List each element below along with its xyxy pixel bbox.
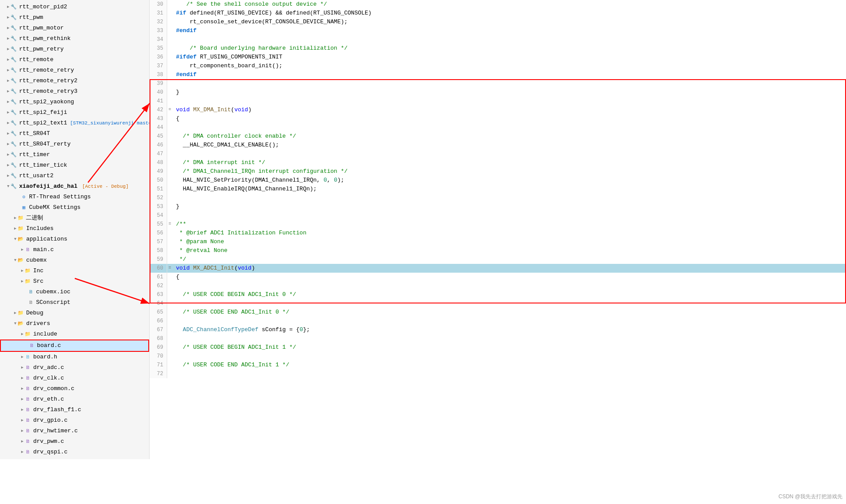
tree-item-includes[interactable]: ▶ 📁 Includes	[0, 223, 149, 234]
line-marker: =	[167, 106, 172, 114]
tree-item-rtt-pwm[interactable]: ▶ 🔧 rtt_pwm	[0, 12, 149, 23]
tree-item-rtt-spi2-text1[interactable]: ▶ 🔧 rtt_spi2_text1 [STM32_sixuanyiwurenj…	[0, 118, 149, 128]
tree-item-rtt-spi2-yaokong[interactable]: ▶ 🔧 rtt_spi2_yaokong	[0, 97, 149, 107]
project-icon: 🔧	[10, 141, 17, 148]
tree-item-rtt-remote[interactable]: ▶ 🔧 rtt_remote	[0, 55, 149, 65]
watermark: CSDN @我先去打把游戏先	[778, 493, 842, 500]
tree-item-rtt-motor-pid2[interactable]: ▶ 🔧 rtt_motor_pid2	[0, 2, 149, 12]
tree-item-drv-adc-c[interactable]: ▶ 🗎 drv_adc.c	[0, 362, 149, 373]
tree-label: include	[33, 330, 57, 339]
collapse-icon: ▶	[21, 405, 23, 414]
tree-item-rt-thread-settings[interactable]: ⚙ RT-Thread Settings	[0, 192, 149, 202]
collapse-icon: ▼	[14, 319, 16, 328]
tree-label: drv_flash_f1.c	[33, 405, 81, 414]
line-number: 44	[150, 123, 167, 132]
tree-label: rtt_timer	[19, 150, 50, 159]
collapse-icon: ▶	[7, 45, 9, 54]
code-line-69: 69 /* USER CODE BEGIN ADC1_Init 1 */	[150, 343, 846, 352]
tree-label: main.c	[33, 245, 54, 254]
c-file-icon: 🗎	[24, 438, 31, 445]
tree-label: rtt_pwm	[19, 13, 43, 22]
line-number: 57	[150, 237, 167, 246]
line-number: 51	[150, 185, 167, 194]
tree-item-rtt-remote-retry3[interactable]: ▶ 🔧 rtt_remote_retry3	[0, 86, 149, 97]
line-number: 54	[150, 211, 167, 220]
folder-icon: 📁	[24, 331, 31, 338]
line-number: 56	[150, 229, 167, 237]
tree-item-binary[interactable]: ▶ 📁 二进制	[0, 213, 149, 223]
code-line-34: 34	[150, 35, 846, 44]
tree-label: 二进制	[26, 214, 43, 223]
collapse-icon: ▶	[7, 161, 9, 170]
folder-icon: 📁	[17, 215, 24, 222]
line-content: void MX_ADC1_Init(void)	[172, 264, 846, 273]
tree-label: rtt_pwm_rethink	[19, 34, 70, 43]
tree-item-src[interactable]: ▶ 📁 Src	[0, 276, 149, 287]
tree-label: rtt_spi2_feiji	[19, 108, 67, 117]
folder-icon: 📂	[17, 236, 24, 243]
folder-icon: 📁	[17, 310, 24, 317]
line-content: * @param None	[172, 237, 846, 246]
tree-item-rtt-pwm-motor[interactable]: ▶ 🔧 rtt_pwm_motor	[0, 23, 149, 33]
tree-label: rtt_spi2_yaokong	[19, 98, 74, 106]
tree-item-cubemx-settings[interactable]: ▦ CubeMX Settings	[0, 202, 149, 213]
line-number: 35	[150, 44, 167, 53]
tree-label: rtt_remote_retry3	[19, 87, 77, 96]
tree-item-board-c[interactable]: 🗎 board.c	[0, 340, 149, 352]
tree-item-drv-common-c[interactable]: ▶ 🗎 drv_common.c	[0, 383, 149, 394]
code-line-65: 65 /* USER CODE END ADC1_Init 0 */	[150, 308, 846, 317]
tree-label: rtt_remote_retry2	[19, 77, 77, 85]
tree-item-rtt-SR04T[interactable]: ▶ 🔧 rtt_SR04T	[0, 128, 149, 139]
tree-item-sconscript[interactable]: 🗎 SConscript	[0, 297, 149, 308]
project-icon: 🔧	[10, 77, 17, 84]
tree-item-drv-clk-c[interactable]: ▶ 🗎 drv_clk.c	[0, 373, 149, 383]
tree-item-drv-flash-f1-c[interactable]: ▶ 🗎 drv_flash_f1.c	[0, 405, 149, 415]
code-line-33: 33 #endif	[150, 26, 846, 35]
tree-item-inc[interactable]: ▶ 📁 Inc	[0, 266, 149, 276]
code-line-45: 45 /* DMA controller clock enable */	[150, 132, 846, 141]
tree-item-rtt-remote-retry2[interactable]: ▶ 🔧 rtt_remote_retry2	[0, 76, 149, 86]
code-line-64: 64	[150, 299, 846, 308]
tree-item-drv-eth-c[interactable]: ▶ 🗎 drv_eth.c	[0, 394, 149, 405]
tree-item-drivers[interactable]: ▼ 📂 drivers	[0, 318, 149, 329]
tree-item-rtt-pwm-rethink[interactable]: ▶ 🔧 rtt_pwm_rethink	[0, 33, 149, 44]
collapse-icon: ▶	[14, 224, 16, 233]
line-content: {	[172, 273, 846, 281]
line-number: 31	[150, 9, 167, 18]
tree-item-main-c[interactable]: ▶ 🗎 main.c	[0, 245, 149, 255]
c-file-icon: 🗎	[24, 385, 31, 392]
tree-item-applications[interactable]: ▼ 📂 applications	[0, 234, 149, 245]
tree-item-board-h[interactable]: ▶ 🗎 board.h	[0, 352, 149, 362]
tree-item-rtt-spi2-feiji[interactable]: ▶ 🔧 rtt_spi2_feiji	[0, 107, 149, 118]
tree-label: drv_qspi.c	[33, 448, 67, 457]
tree-item-drv-qspi-c[interactable]: ▶ 🗎 drv_qspi.c	[0, 447, 149, 457]
tree-item-rtt-remote-retry[interactable]: ▶ 🔧 rtt_remote_retry	[0, 65, 149, 76]
line-content: * @brief ADC1 Initialization Function	[172, 229, 846, 237]
tree-item-drv-gpio-c[interactable]: ▶ 🗎 drv_gpio.c	[0, 415, 149, 426]
tree-item-cubemx[interactable]: ▼ 📂 cubemx	[0, 255, 149, 266]
tree-item-rtt-timer[interactable]: ▶ 🔧 rtt_timer	[0, 150, 149, 160]
code-line-43: 43 {	[150, 114, 846, 123]
tree-item-rtt-usart2[interactable]: ▶ 🔧 rtt_usart2	[0, 171, 149, 181]
c-file-icon: 🗎	[24, 396, 31, 403]
folder-icon: 📂	[17, 320, 24, 327]
code-line-71: 71 /* USER CODE END ADC1_Init 1 */	[150, 361, 846, 369]
tree-item-include[interactable]: ▶ 📁 include	[0, 329, 149, 340]
c-file-icon: 🗎	[24, 417, 31, 424]
tree-label: rtt_motor_pid2	[19, 3, 67, 11]
tree-item-cubemx-ioc[interactable]: 🗎 cubemx.ioc	[0, 287, 149, 297]
code-line-53: 53 }	[150, 202, 846, 211]
tree-item-debug[interactable]: ▶ 📁 Debug	[0, 308, 149, 318]
line-number: 64	[150, 299, 167, 308]
tree-item-rtt-timer-tick[interactable]: ▶ 🔧 rtt_timer_tick	[0, 160, 149, 171]
tree-item-drv-pwm-c[interactable]: ▶ 🗎 drv_pwm.c	[0, 436, 149, 447]
tree-item-rtt-SR04T-rerty[interactable]: ▶ 🔧 rtt_SR04T_rerty	[0, 139, 149, 150]
line-number: 30	[150, 0, 167, 9]
tree-label: rtt_SR04T_rerty	[19, 140, 70, 149]
tree-badge: [STM32_sixuanyiwurenji master]	[67, 119, 150, 128]
tree-item-rtt-pwm-retry[interactable]: ▶ 🔧 rtt_pwm_retry	[0, 44, 149, 55]
code-line-51: 51 HAL_NVIC_EnableIRQ(DMA1_Channel1_IRQn…	[150, 185, 846, 194]
tree-item-xiaofeiji-adc-hal[interactable]: ▼ 🔧 xiaofeiji_adc_hal [Active - Debug]	[0, 181, 149, 192]
tree-item-drv-hwtimer-c[interactable]: ▶ 🗎 drv_hwtimer.c	[0, 426, 149, 436]
code-line-68: 68	[150, 334, 846, 343]
